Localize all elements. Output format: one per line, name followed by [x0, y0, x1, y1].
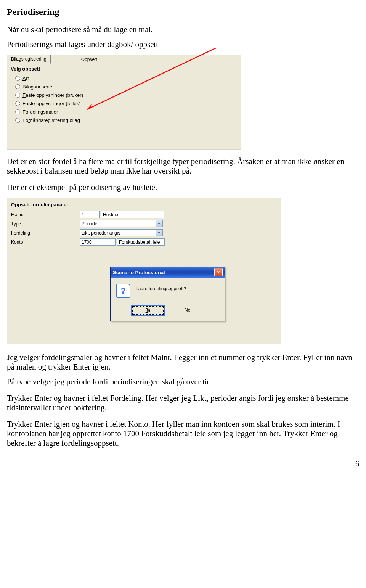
- tab-bar: Bilagsregistrering Oppsett: [7, 55, 241, 64]
- intro-line-2: Periodiserings mal lages under dagbok/ o…: [7, 40, 359, 49]
- group-title: Oppsett fordelingsmaler: [11, 202, 68, 207]
- dialog-title: Scenario Professional: [113, 270, 165, 275]
- mid-para-1: Det er en stor fordel å ha flere maler t…: [7, 157, 359, 176]
- radio-list: Art Bilagsnr.serie Faste opplysninger (b…: [15, 74, 241, 124]
- body-para-1: Jeg velger fordelingsmaler og havner i f…: [7, 353, 359, 372]
- radio-icon: [15, 84, 20, 89]
- konto-name-field[interactable]: Forskuddsbetalt leie: [117, 238, 165, 246]
- radio-icon: [15, 76, 20, 81]
- chevron-down-icon: [156, 229, 162, 236]
- radio-label: Art: [22, 76, 29, 81]
- fordeling-select[interactable]: Likt, perioder angis: [80, 229, 163, 236]
- radio-label: Forhåndsregistrering bilag: [22, 117, 80, 123]
- malnr-field[interactable]: 1: [80, 211, 100, 218]
- page-number: 6: [7, 459, 359, 468]
- radio-label: Fordelingsmaler: [22, 109, 58, 115]
- radio-icon: [15, 93, 20, 98]
- tab-bilagsregistrering[interactable]: Bilagsregistrering: [7, 55, 51, 64]
- fieldset-label: Velg oppsett: [11, 66, 241, 72]
- konto-label: Konto: [11, 239, 80, 245]
- chevron-down-icon: [156, 220, 162, 227]
- row-type: Type Periode: [11, 220, 163, 227]
- radio-forhandsreg[interactable]: Forhåndsregistrering bilag: [15, 116, 241, 124]
- fordeling-label: Fordeling: [11, 230, 80, 236]
- malnr-label: Malnr.: [11, 212, 80, 217]
- dialog-message: Lagre fordelingsoppsett?: [136, 284, 186, 291]
- dialog-titlebar: Scenario Professional ×: [111, 267, 225, 278]
- radio-label: Faste opplysninger (felles): [22, 101, 80, 106]
- body-para-4: Trykker Enter igjen og havner i feltet K…: [7, 419, 359, 448]
- fordeling-value: Likt, perioder angis: [82, 230, 120, 236]
- mid-para-2: Her er et eksempel på periodisering av h…: [7, 183, 359, 192]
- tab-oppsett[interactable]: Oppsett: [77, 55, 101, 64]
- radio-faste-felles[interactable]: Faste opplysninger (felles): [15, 99, 241, 108]
- page-title: Periodisering: [7, 7, 359, 17]
- radio-icon: [15, 118, 20, 123]
- radio-art[interactable]: Art: [15, 74, 241, 82]
- row-malnr: Malnr. 1 Husleie: [11, 211, 164, 218]
- body-para-2: På type velger jeg periode fordi periodi…: [7, 377, 359, 387]
- row-fordeling: Fordeling Likt, perioder angis: [11, 229, 163, 236]
- konto-field[interactable]: 1700: [80, 238, 116, 246]
- type-value: Periode: [82, 221, 97, 227]
- no-button[interactable]: Nei: [172, 305, 204, 315]
- radio-icon: [15, 109, 20, 114]
- yes-button[interactable]: ​Ja: [131, 305, 165, 316]
- radio-bilagsnr[interactable]: Bilagsnr.serie: [15, 82, 241, 91]
- close-icon[interactable]: ×: [214, 268, 223, 276]
- type-label: Type: [11, 221, 80, 227]
- type-select[interactable]: Periode: [80, 220, 163, 227]
- question-icon: ?: [116, 284, 130, 298]
- malnr-name-field[interactable]: Husleie: [101, 211, 164, 218]
- fordelingsmaler-panel: Oppsett fordelingsmaler Malnr. 1 Husleie…: [7, 198, 281, 344]
- confirm-dialog: Scenario Professional × ? Lagre fordelin…: [110, 267, 225, 321]
- oppsett-panel: Bilagsregistrering Oppsett Velg oppsett …: [7, 55, 241, 150]
- radio-icon: [15, 101, 20, 106]
- intro-line-1: Når du skal periodisere så må du lage en…: [7, 25, 359, 34]
- radio-fordelingsmaler[interactable]: Fordelingsmaler: [15, 108, 241, 116]
- radio-label: Bilagsnr.serie: [22, 84, 52, 90]
- radio-label: Faste opplysninger (bruker): [22, 92, 83, 98]
- body-para-3: Trykker Enter og havner i feltet Fordeli…: [7, 394, 359, 413]
- row-konto: Konto 1700 Forskuddsbetalt leie: [11, 238, 165, 246]
- radio-faste-bruker[interactable]: Faste opplysninger (bruker): [15, 91, 241, 99]
